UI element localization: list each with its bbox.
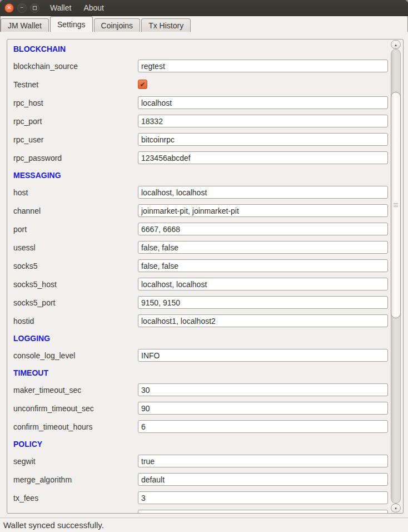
field-label-unconfirm-timeout-sec: unconfirm_timeout_sec <box>13 404 138 413</box>
close-button[interactable]: ✕ <box>4 3 14 13</box>
field-input-socks5[interactable] <box>138 259 388 272</box>
tab-bar: JM WalletSettingsCoinjoinsTx History <box>0 16 408 32</box>
app-window: ✕ − WalletAbout JM WalletSettingsCoinjoi… <box>0 0 408 532</box>
field-row-rpc-host: rpc_host <box>13 93 388 112</box>
field-label-segwit: segwit <box>13 457 138 466</box>
field-label-testnet: Testnet <box>13 80 138 89</box>
field-input-rpc-port[interactable] <box>138 115 388 127</box>
arrow-up-icon: ▴ <box>395 43 397 47</box>
scrollbar-grip-icon <box>394 203 398 208</box>
scroll-up-button[interactable]: ▴ <box>391 40 401 49</box>
check-icon: ✔ <box>140 81 145 88</box>
field-input-hostid[interactable] <box>138 314 388 327</box>
section-header-blockchain: BLOCKCHAIN <box>13 41 388 57</box>
field-row-port: port <box>13 220 388 238</box>
minimize-button[interactable]: − <box>17 3 27 13</box>
field-label-maker-timeout-sec: maker_timeout_sec <box>13 386 138 395</box>
section-header-policy: POLICY <box>13 436 388 452</box>
field-label-merge-algorithm: merge_algorithm <box>13 475 138 484</box>
field-row-confirm-timeout-hours: confirm_timeout_hours <box>13 417 388 436</box>
field-input-usessl[interactable] <box>138 241 388 254</box>
maximize-icon <box>33 6 37 10</box>
field-row-merge-algorithm: merge_algorithm <box>13 470 388 489</box>
field-label-tx-fees: tx_fees <box>13 494 138 503</box>
field-row-channel: channel <box>13 201 388 220</box>
field-label-rpc-host: rpc_host <box>13 98 138 107</box>
field-input-socks5-port[interactable] <box>138 296 388 309</box>
field-row-unconfirm-timeout-sec: unconfirm_timeout_sec <box>13 399 388 417</box>
field-label-hostid: hostid <box>13 317 138 326</box>
field-row-host: host <box>13 183 388 201</box>
field-label-console-log-level: console_log_level <box>13 351 138 360</box>
field-row-socks5-host: socks5_host <box>13 275 388 293</box>
field-label-socks5-port: socks5_port <box>13 298 138 307</box>
status-message: Wallet synced successfully. <box>3 520 104 530</box>
field-row-tx-fees: tx_fees <box>13 489 388 507</box>
field-row-usessl: usessl <box>13 238 388 257</box>
field-row-maker-timeout-sec: maker_timeout_sec <box>13 381 388 399</box>
testnet-checkbox[interactable]: ✔ <box>138 80 147 89</box>
field-input-blockchain-source[interactable] <box>138 60 388 72</box>
field-input-confirm-timeout-hours[interactable] <box>138 420 388 433</box>
tab-tx-history[interactable]: Tx History <box>141 18 191 32</box>
field-label-port: port <box>13 225 138 234</box>
field-label-rpc-user: rpc_user <box>13 135 138 144</box>
window-controls: ✕ − <box>4 3 39 13</box>
field-input-unconfirm-timeout-sec[interactable] <box>138 402 388 415</box>
tab-jm-wallet[interactable]: JM Wallet <box>1 18 49 32</box>
menu-item-wallet[interactable]: Wallet <box>44 0 77 16</box>
field-label-host: host <box>13 188 138 197</box>
field-row-blockchain-source: blockchain_source <box>13 57 388 75</box>
field-label-usessl: usessl <box>13 243 138 252</box>
tab-coinjoins[interactable]: Coinjoins <box>94 18 141 32</box>
field-label-channel: channel <box>13 206 138 215</box>
field-label-confirm-timeout-hours: confirm_timeout_hours <box>13 422 138 431</box>
field-input-port[interactable] <box>138 223 388 235</box>
field-row-rpc-password: rpc_password <box>13 149 388 167</box>
field-input-rpc-host[interactable] <box>138 96 388 109</box>
field-input-segwit[interactable] <box>138 455 388 467</box>
scrollbar-track[interactable] <box>391 49 401 504</box>
field-input-rpc-user[interactable] <box>138 133 388 146</box>
menu-item-about[interactable]: About <box>77 0 110 16</box>
status-bar: Wallet synced successfully. <box>0 518 408 532</box>
field-label-absurd-fee-per-kb: absurd_fee_per_kb <box>13 512 138 514</box>
field-row-hostid: hostid <box>13 312 388 330</box>
field-row-rpc-user: rpc_user <box>13 130 388 149</box>
section-header-timeout: TIMEOUT <box>13 364 388 381</box>
field-row-rpc-port: rpc_port <box>13 112 388 130</box>
settings-form: BLOCKCHAINblockchain_sourceTestnet✔rpc_h… <box>7 40 403 514</box>
menubar: WalletAbout <box>44 0 110 16</box>
field-input-host[interactable] <box>138 186 388 199</box>
tab-settings[interactable]: Settings <box>50 16 93 32</box>
field-input-maker-timeout-sec[interactable] <box>138 383 388 396</box>
section-header-messaging: MESSAGING <box>13 167 388 183</box>
field-input-console-log-level[interactable] <box>138 349 388 362</box>
field-row-console-log-level: console_log_level <box>13 346 388 364</box>
field-input-merge-algorithm[interactable] <box>138 473 388 486</box>
field-label-rpc-password: rpc_password <box>13 154 138 162</box>
titlebar: ✕ − WalletAbout <box>0 0 408 16</box>
scrollbar-thumb[interactable] <box>391 92 401 318</box>
arrow-down-icon: ▾ <box>395 506 397 510</box>
maximize-button[interactable] <box>30 3 39 13</box>
field-row-segwit: segwit <box>13 452 388 470</box>
field-label-blockchain-source: blockchain_source <box>13 62 138 71</box>
minimize-icon: − <box>21 5 24 11</box>
field-input-socks5-host[interactable] <box>138 278 388 290</box>
settings-scroll-area: BLOCKCHAINblockchain_sourceTestnet✔rpc_h… <box>7 39 404 514</box>
field-row-testnet: Testnet✔ <box>13 75 388 93</box>
vertical-scrollbar: ▴ ▾ <box>391 40 401 513</box>
field-row-socks5-port: socks5_port <box>13 293 388 312</box>
field-label-socks5: socks5 <box>13 262 138 270</box>
field-row-socks5: socks5 <box>13 257 388 275</box>
field-input-absurd-fee-per-kb[interactable] <box>138 510 388 514</box>
field-label-socks5-host: socks5_host <box>13 280 138 289</box>
field-input-tx-fees[interactable] <box>138 491 388 504</box>
field-input-channel[interactable] <box>138 204 388 217</box>
section-header-logging: LOGGING <box>13 330 388 346</box>
main-pane: BLOCKCHAINblockchain_sourceTestnet✔rpc_h… <box>0 32 408 518</box>
field-input-rpc-password[interactable] <box>138 151 388 164</box>
field-row-absurd-fee-per-kb: absurd_fee_per_kb <box>13 507 388 514</box>
scroll-down-button[interactable]: ▾ <box>391 504 401 513</box>
